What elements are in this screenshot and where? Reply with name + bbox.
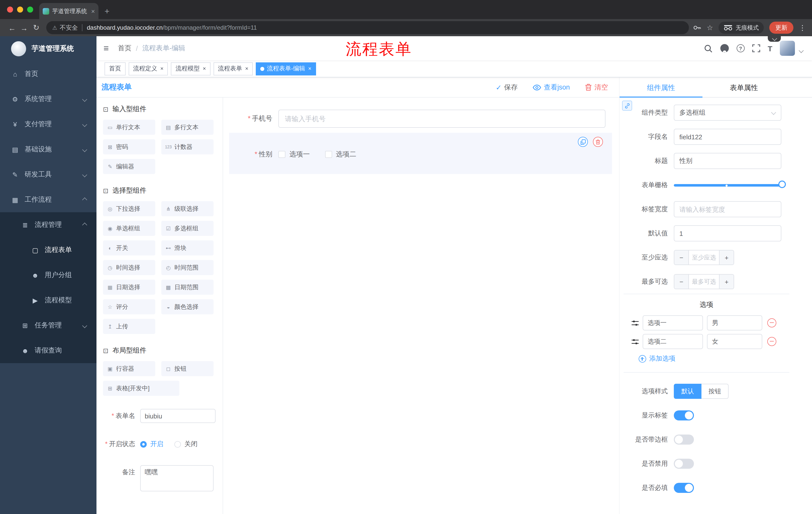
- close-window-button[interactable]: [7, 6, 13, 12]
- palette-item-multiline-text[interactable]: ▤多行文本: [161, 120, 213, 135]
- tag-process-form-edit[interactable]: 流程表单-编辑 ×: [256, 62, 316, 75]
- palette-item-single-text[interactable]: ▭单行文本: [103, 120, 155, 135]
- forward-icon[interactable]: →: [18, 23, 30, 32]
- option-label-input[interactable]: [643, 315, 703, 330]
- border-switch[interactable]: [674, 435, 694, 444]
- palette-item-time-range[interactable]: ◴时间范围: [161, 260, 213, 275]
- minus-button[interactable]: −: [674, 275, 688, 289]
- tag-process-model[interactable]: 流程模型 ×: [171, 62, 210, 75]
- gender-option-2[interactable]: 选项二: [325, 150, 356, 159]
- palette-item-radio-group[interactable]: ◉单选框组: [103, 221, 155, 236]
- sidebar-item-home[interactable]: ⌂ 首页: [0, 61, 96, 86]
- canvas-field-phone[interactable]: 手机号: [223, 110, 619, 128]
- sidebar-item-process-model[interactable]: ▶ 流程模型: [0, 288, 96, 313]
- add-option-button[interactable]: 添加选项: [639, 354, 789, 363]
- sidebar-item-payment[interactable]: ¥ 支付管理: [0, 112, 96, 137]
- palette-item-time-picker[interactable]: ◷时间选择: [103, 260, 155, 275]
- plus-button[interactable]: +: [720, 275, 734, 289]
- sidebar-item-devtools[interactable]: ✎ 研发工具: [0, 162, 96, 187]
- palette-item-date-range[interactable]: ▩日期范围: [161, 280, 213, 295]
- hamburger-icon[interactable]: ≡: [104, 43, 109, 54]
- option-label-input[interactable]: [643, 334, 703, 349]
- min-input[interactable]: [688, 250, 720, 265]
- palette-item-button[interactable]: ◻按钮: [161, 361, 213, 376]
- option-value-input[interactable]: [707, 315, 762, 330]
- palette-item-select[interactable]: ◎下拉选择: [103, 201, 155, 216]
- sidebar-item-process-form[interactable]: ▢ 流程表单: [0, 237, 96, 263]
- sidebar-item-infrastructure[interactable]: ▤ 基础设施: [0, 137, 96, 162]
- grid-slider[interactable]: [674, 177, 781, 193]
- search-icon[interactable]: [704, 44, 713, 53]
- style-default-button[interactable]: 默认: [674, 384, 701, 399]
- required-switch[interactable]: [674, 483, 694, 493]
- new-tab-button[interactable]: +: [105, 7, 110, 16]
- palette-item-upload[interactable]: ↥上传: [103, 319, 155, 334]
- palette-item-cascader[interactable]: ⋔级联选择: [161, 201, 213, 216]
- github-icon[interactable]: [720, 44, 729, 53]
- form-remark-textarea[interactable]: 嘿嘿: [140, 465, 213, 491]
- form-name-input[interactable]: [140, 409, 215, 423]
- default-value-input[interactable]: [674, 225, 781, 241]
- save-button[interactable]: ✓ 保存: [496, 83, 518, 92]
- minimize-window-button[interactable]: [17, 6, 23, 12]
- label-width-input[interactable]: [674, 201, 781, 217]
- canvas-field-gender-selected[interactable]: 性别 选项一 选项二: [229, 133, 612, 174]
- clear-button[interactable]: 清空: [585, 83, 608, 92]
- remove-option-icon[interactable]: [767, 318, 776, 327]
- zoom-window-button[interactable]: [27, 6, 33, 12]
- browser-menu-icon[interactable]: ⋮: [799, 24, 806, 32]
- palette-item-table[interactable]: ⊞表格[开发中]: [103, 381, 179, 396]
- phone-input[interactable]: [279, 110, 606, 128]
- component-type-select[interactable]: 多选框组: [674, 105, 781, 121]
- password-key-icon[interactable]: [693, 24, 701, 32]
- palette-item-rate[interactable]: ☆评分: [103, 299, 155, 314]
- delete-widget-button[interactable]: [593, 137, 603, 147]
- palette-item-checkbox-group[interactable]: ☑多选框组: [161, 221, 213, 236]
- sidebar-item-process-management[interactable]: ≣ 流程管理: [0, 212, 96, 237]
- option-value-input[interactable]: [707, 334, 762, 349]
- tab-close-icon[interactable]: ×: [91, 7, 95, 15]
- palette-item-slider[interactable]: ⊷滑块: [161, 240, 213, 255]
- fullscreen-icon[interactable]: [752, 44, 760, 52]
- security-label[interactable]: 不安全: [60, 23, 78, 32]
- palette-item-date-picker[interactable]: ▦日期选择: [103, 280, 155, 295]
- view-json-button[interactable]: 查看json: [533, 83, 570, 92]
- style-button-button[interactable]: 按钮: [701, 384, 729, 399]
- palette-item-row-container[interactable]: ▣行容器: [103, 361, 155, 376]
- tab-form-props[interactable]: 表单属性: [702, 77, 785, 97]
- plus-button[interactable]: +: [720, 250, 734, 265]
- help-icon[interactable]: ?: [736, 44, 745, 52]
- breadcrumb-home[interactable]: 首页: [118, 44, 132, 53]
- sidebar-item-user-group[interactable]: ☻ 用户分组: [0, 263, 96, 288]
- copy-widget-button[interactable]: [578, 137, 588, 147]
- tag-close-icon[interactable]: ×: [160, 66, 164, 72]
- palette-item-editor[interactable]: ✎编辑器: [103, 159, 155, 174]
- palette-item-password[interactable]: ⊠密码: [103, 139, 155, 154]
- reload-icon[interactable]: ↻: [30, 23, 42, 32]
- avatar-caret-icon[interactable]: [799, 48, 804, 53]
- user-avatar[interactable]: [780, 41, 795, 56]
- status-radio-off[interactable]: 关闭: [174, 437, 198, 451]
- update-browser-button[interactable]: 更新: [769, 22, 793, 34]
- bookmark-star-icon[interactable]: ☆: [707, 24, 713, 32]
- drag-handle-icon[interactable]: [632, 339, 639, 344]
- tag-close-icon[interactable]: ×: [203, 66, 206, 72]
- browser-tab[interactable]: 芋道管理系统 ×: [39, 3, 98, 19]
- tag-process-definition[interactable]: 流程定义 ×: [128, 62, 168, 75]
- show-label-switch[interactable]: [674, 410, 694, 421]
- palette-item-switch[interactable]: ◐开关: [103, 240, 155, 255]
- tag-process-form[interactable]: 流程表单 ×: [213, 62, 253, 75]
- slider-handle[interactable]: [778, 181, 786, 188]
- sidebar-item-workflow[interactable]: ▦ 工作流程: [0, 187, 96, 212]
- browser-pull-tab[interactable]: [768, 36, 781, 42]
- font-size-icon[interactable]: T: [768, 44, 772, 53]
- url-field[interactable]: ⚠ 不安全 dashboard.yudao.iocoder.cn /bpm/ma…: [46, 21, 689, 34]
- max-input[interactable]: [688, 275, 720, 289]
- link-badge[interactable]: [622, 101, 632, 111]
- remove-option-icon[interactable]: [767, 337, 776, 346]
- sidebar-item-system[interactable]: ⚙ 系统管理: [0, 86, 96, 112]
- sidebar-item-task-management[interactable]: ⊞ 任务管理: [0, 313, 96, 338]
- back-icon[interactable]: ←: [6, 23, 18, 32]
- field-name-input[interactable]: [674, 129, 781, 145]
- tag-close-icon[interactable]: ×: [308, 66, 312, 72]
